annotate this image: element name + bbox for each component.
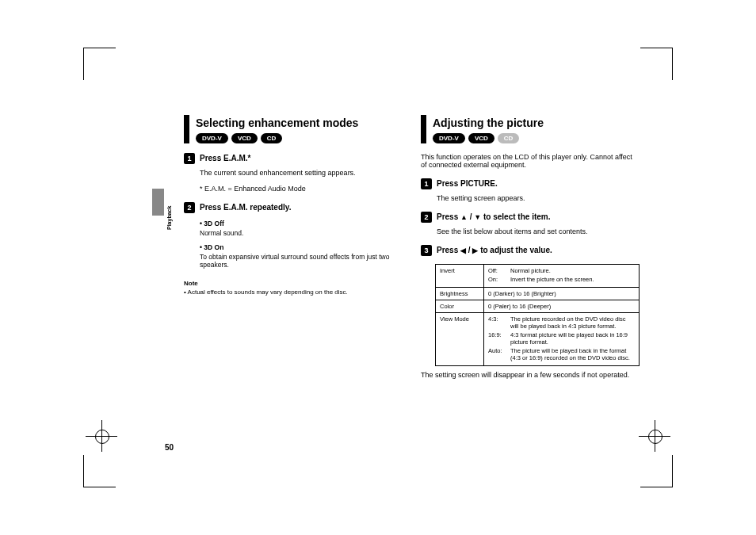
step-number-icon: 1 <box>184 153 195 164</box>
table-key: Color <box>436 300 484 313</box>
bullet-heading: • 3D On <box>200 243 397 251</box>
bullet-text: Normal sound. <box>200 229 397 237</box>
step-heading: Press E.A.M. repeatedly. <box>200 202 291 212</box>
intro-text: This function operates on the LCD of thi… <box>421 153 640 169</box>
section-label: Playback <box>166 206 172 230</box>
crop-mark-icon <box>83 455 116 487</box>
format-badge: VCD <box>468 133 494 143</box>
table-value: Off:Normal picture. On:Invert the pictur… <box>484 265 640 288</box>
right-column: Adjusting the picture DVD-V VCD CD This … <box>421 115 640 379</box>
left-arrow-icon: ◀ <box>460 246 466 254</box>
registration-mark-icon <box>647 428 662 444</box>
registration-mark-icon <box>94 428 109 444</box>
step-number-icon: 3 <box>421 245 432 256</box>
step-heading: Press PICTURE. <box>437 178 498 188</box>
table-key: Invert <box>436 265 484 288</box>
closing-text: The setting screen will disappear in a f… <box>421 371 640 379</box>
format-badge-disabled: CD <box>498 133 520 143</box>
step-number-icon: 2 <box>184 202 195 213</box>
note-text: • Actual effects to sounds may vary depe… <box>184 289 397 296</box>
table-value: 0 (Paler) to 16 (Deeper) <box>484 300 640 313</box>
step-heading: Press E.A.M.* <box>200 153 250 162</box>
table-value: 0 (Darker) to 16 (Brighter) <box>484 288 640 300</box>
page-number: 50 <box>165 443 174 452</box>
step-text: See the list below about items and set c… <box>437 227 640 235</box>
step-number-icon: 2 <box>421 212 432 223</box>
format-badge: VCD <box>231 133 258 143</box>
bullet-text: To obtain expansive virtual surround sou… <box>200 253 397 269</box>
bullet-heading: • 3D Off <box>200 220 397 227</box>
crop-mark-icon <box>640 48 673 80</box>
note-heading: Note <box>184 280 397 287</box>
section-tab <box>152 189 164 216</box>
step-text: The current sound enhancement setting ap… <box>200 169 397 177</box>
table-key: Brightness <box>436 288 484 300</box>
step-heading: Press ▲ / ▼ to select the item. <box>437 212 550 221</box>
crop-mark-icon <box>640 455 673 487</box>
step-number-icon: 1 <box>421 178 432 189</box>
section-title: Selecting enhancement modes <box>196 115 358 129</box>
step-text: The setting screen appears. <box>437 194 640 202</box>
step-heading: Press ◀ / ▶ to adjust the value. <box>437 245 552 254</box>
section-title: Adjusting the picture <box>433 115 544 129</box>
right-arrow-icon: ▶ <box>472 246 478 254</box>
manual-page: Playback Selecting enhancement modes DVD… <box>0 0 756 535</box>
format-badge: CD <box>261 133 283 143</box>
settings-table: Invert Off:Normal picture. On:Invert the… <box>435 264 640 366</box>
format-badge: DVD-V <box>196 133 228 143</box>
section-bar-icon <box>184 115 189 143</box>
left-column: Selecting enhancement modes DVD-V VCD CD… <box>184 115 397 379</box>
format-badge: DVD-V <box>433 133 465 143</box>
up-arrow-icon: ▲ <box>460 213 468 221</box>
table-key: View Mode <box>436 313 484 366</box>
section-bar-icon <box>421 115 426 143</box>
down-arrow-icon: ▼ <box>474 213 481 221</box>
crop-mark-icon <box>83 48 116 80</box>
footnote-text: * E.A.M. = Enhanced Audio Mode <box>200 185 397 193</box>
table-value: 4:3:The picture recorded on the DVD vide… <box>484 313 640 366</box>
